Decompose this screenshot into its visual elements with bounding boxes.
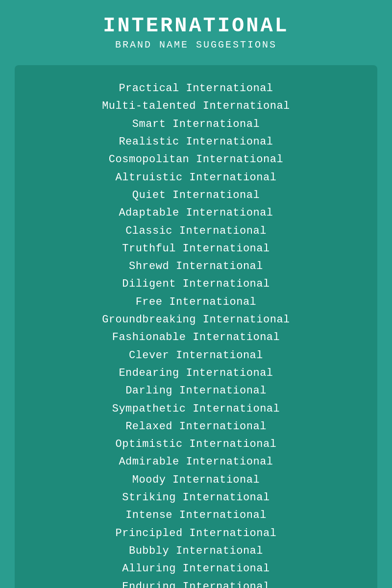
brand-list-item: Free International <box>24 294 368 311</box>
brand-list-item: Clever International <box>24 347 368 365</box>
brand-list-item: Bubbly International <box>24 542 368 560</box>
brand-list-item: Multi-talented International <box>24 98 368 115</box>
brand-list-item: Relaxed International <box>24 418 368 436</box>
header-section: INTERNATIONAL BRAND NAME SUGGESTIONS <box>103 15 289 50</box>
brand-list-item: Darling International <box>24 382 368 400</box>
brand-list-item: Realistic International <box>24 133 368 151</box>
brand-list-item: Truthful International <box>24 240 368 258</box>
content-box: Practical InternationalMulti-talented In… <box>15 65 377 588</box>
brand-list-item: Principled International <box>24 525 368 542</box>
brand-list-item: Endearing International <box>24 365 368 382</box>
main-title: INTERNATIONAL <box>103 15 289 37</box>
subtitle: BRAND NAME SUGGESTIONS <box>103 39 289 50</box>
brand-list-item: Sympathetic International <box>24 400 368 418</box>
brand-list: Practical InternationalMulti-talented In… <box>24 80 368 588</box>
brand-list-item: Classic International <box>24 222 368 240</box>
brand-list-item: Fashionable International <box>24 329 368 346</box>
brand-list-item: Groundbreaking International <box>24 311 368 329</box>
brand-list-item: Intense International <box>24 507 368 524</box>
brand-list-item: Optimistic International <box>24 436 368 453</box>
brand-list-item: Moody International <box>24 471 368 489</box>
brand-list-item: Shrewd International <box>24 258 368 275</box>
brand-list-item: Admirable International <box>24 453 368 471</box>
brand-list-item: Altruistic International <box>24 169 368 187</box>
brand-list-item: Cosmopolitan International <box>24 151 368 169</box>
brand-list-item: Adaptable International <box>24 204 368 222</box>
brand-list-item: Quiet International <box>24 187 368 204</box>
brand-list-item: Diligent International <box>24 275 368 293</box>
brand-list-item: Alluring International <box>24 560 368 578</box>
brand-list-item: Striking International <box>24 489 368 507</box>
page-wrapper: INTERNATIONAL BRAND NAME SUGGESTIONS Pra… <box>0 0 392 588</box>
brand-list-item: Smart International <box>24 116 368 133</box>
brand-list-item: Enduring International <box>24 578 368 588</box>
brand-list-item: Practical International <box>24 80 368 98</box>
